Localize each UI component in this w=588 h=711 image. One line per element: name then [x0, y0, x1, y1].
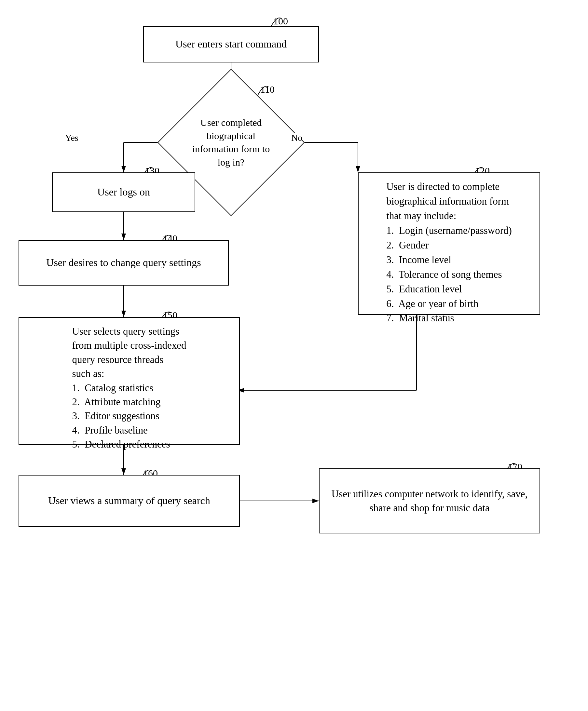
flowchart-diagram: 100 User enters start command 110 User c…	[0, 0, 588, 711]
node-140: User desires to change query settings	[19, 240, 229, 285]
decision-text: User completed biographical information …	[189, 116, 273, 169]
node-130: User logs on	[52, 172, 195, 212]
yes-label: Yes	[65, 133, 79, 143]
no-label: No	[291, 133, 302, 143]
node-150: User selects query settings from multipl…	[19, 317, 240, 445]
node-160: User views a summary of query search	[19, 475, 240, 527]
node-170: User utilizes computer network to identi…	[319, 468, 540, 533]
node-120: User is directed to complete biographica…	[358, 172, 540, 315]
node-start: User enters start command	[143, 26, 319, 62]
